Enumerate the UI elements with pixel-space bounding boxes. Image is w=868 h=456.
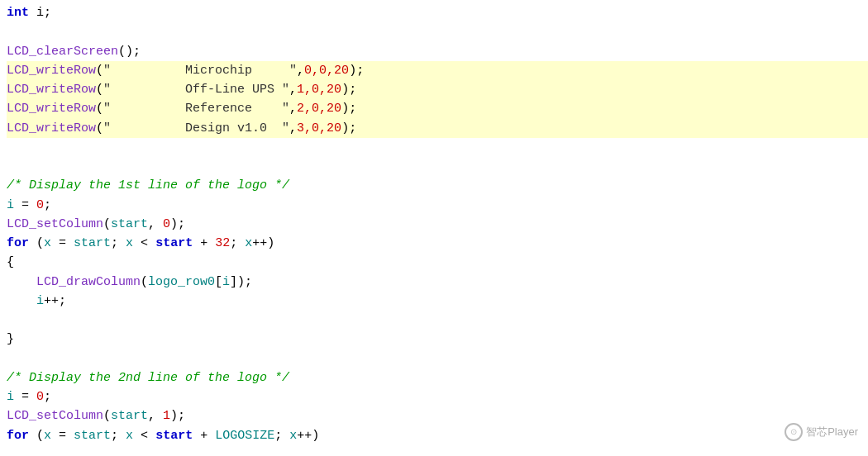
watermark-text: 智芯Player	[806, 424, 858, 440]
code-line-for-partial: for (x = start; x < start + LOGOSIZE; x+…	[7, 426, 868, 445]
code-line-comment: /* Display the 2nd line of the logo */	[7, 368, 868, 387]
code-line: i = 0;	[7, 196, 868, 215]
code-line: LCD_setColumn(start, 1);	[7, 406, 868, 425]
code-line-comment: /* Display the 1st line of the logo */	[7, 176, 868, 195]
code-line: {	[7, 253, 868, 272]
code-line-highlight: LCD_writeRow(" Microchip ",0,0,20);	[7, 61, 868, 80]
code-line-for: for (x = start; x < start + 32; x++)	[7, 234, 868, 253]
code-line-blank	[7, 138, 868, 157]
code-line: int i;	[7, 3, 868, 22]
code-container: int i; LCD_clearScreen(); LCD_writeRow("…	[0, 0, 868, 456]
code-line-blank	[7, 157, 868, 176]
code-line-indent: i++;	[7, 292, 868, 311]
code-line-blank	[7, 311, 868, 330]
code-line-blank	[7, 349, 868, 368]
code-line-highlight: LCD_writeRow(" Design v1.0 ",3,0,20);	[7, 119, 868, 138]
code-line: LCD_setColumn(start, 0);	[7, 215, 868, 234]
code-line-blank	[7, 22, 868, 41]
code-line-highlight: LCD_writeRow(" Reference ",2,0,20);	[7, 99, 868, 118]
code-line: LCD_clearScreen();	[7, 42, 868, 61]
code-line-highlight: LCD_writeRow(" Off-Line UPS ",1,0,20);	[7, 80, 868, 99]
code-line: }	[7, 330, 868, 349]
watermark: ⊙ 智芯Player	[785, 423, 858, 441]
watermark-icon: ⊙	[785, 423, 803, 441]
code-line-indent: LCD_drawColumn(logo_row0[i]);	[7, 273, 868, 292]
code-line: i = 0;	[7, 387, 868, 406]
